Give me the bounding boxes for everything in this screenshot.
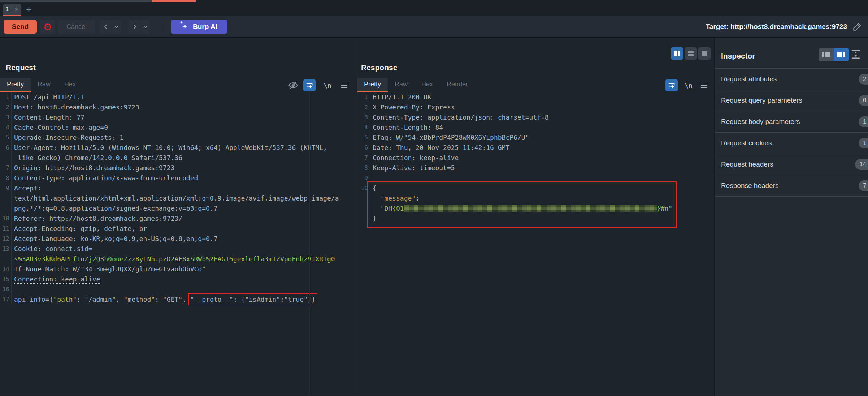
inspector-item-label: Request query parameters [721,90,802,111]
code-line[interactable]: 6Date: Thu, 20 Nov 2025 11:42:16 GMT [356,143,714,153]
settings-gear-button[interactable]: ⚙ [40,20,55,34]
show-newlines-toggle[interactable]: \n [321,79,334,91]
code-line[interactable]: "message": [356,193,714,203]
history-back-dropdown[interactable] [112,20,121,34]
tab-render[interactable]: Render [440,78,475,92]
code-line[interactable]: 5Upgrade-Insecure-Requests: 1 [0,133,356,143]
code-segment: Cache-Control: max-age=0 [14,124,108,131]
code-line[interactable]: 2X-Powered-By: Express [356,102,714,112]
code-line[interactable]: 8Keep-Alive: timeout=5 [356,163,714,173]
inspector-item-request-headers[interactable]: Request headers14 [715,154,868,175]
line-text: Content-Type: application/x-www-form-url… [12,173,198,183]
code-line[interactable]: text/html,application/xhtml+xml,applicat… [0,193,356,203]
code-line[interactable]: 8Content-Type: application/x-www-form-ur… [0,173,356,183]
repeater-tab-1[interactable]: 1 × [3,4,21,16]
repeater-tab-bar: 1 × + [0,2,868,16]
code-line[interactable]: 10Referer: http://host8.dreamhack.games:… [0,214,356,224]
wrap-icon [668,81,676,89]
code-segment: Cookie: [14,245,45,253]
inspector-item-request-body-parameters[interactable]: Request body parameters1 [715,111,868,132]
code-line[interactable]: } [356,214,714,224]
code-line[interactable]: 4Content-Length: 84 [356,122,714,133]
line-text: api_info={"path": "/admin", "method": "G… [12,294,315,305]
line-number: 11 [0,224,12,234]
response-menu-button[interactable] [698,79,710,91]
code-line[interactable]: 4Cache-Control: max-age=0 [0,122,356,133]
response-editor[interactable]: 1HTTP/1.1 200 OK2X-Powered-By: Express3C… [356,92,714,396]
line-text: Content-Length: 84 [370,122,443,133]
show-newlines-toggle[interactable]: \n [682,79,695,91]
code-segment: Date: Thu, 20 Nov 2025 11:42:16 GMT [373,144,509,151]
code-line[interactable]: like Gecko) Chrome/142.0.0.0 Safari/537.… [0,153,356,163]
line-text: If-None-Match: W/"34-3m+glJQXX/gluZm+Gtv… [12,264,206,274]
line-text: ETag: W/"54-xBbPrdP4P28wM0X6YLphbBcP6/U" [370,133,529,143]
code-line[interactable]: 2Host: host8.dreamhack.games:9723 [0,102,356,112]
count-badge: 0 [859,95,868,106]
edit-target-pencil-icon[interactable] [852,22,862,33]
inspector-item-request-cookies[interactable]: Request cookies1 [715,132,868,154]
history-forward-button[interactable] [129,20,140,34]
code-line[interactable]: 9Accept: [0,183,356,193]
tab-pretty[interactable]: Pretty [357,78,388,92]
code-line[interactable]: 7Connection: keep-alive [356,153,714,163]
code-line[interactable]: png,*/*;q=0.8,application/signed-exchang… [0,203,356,214]
tab-pretty[interactable]: Pretty [0,78,31,92]
word-wrap-toggle[interactable] [665,79,678,91]
code-segment: Connection: keep-alive [14,275,100,284]
code-line[interactable]: 13Cookie: connect.sid= [0,244,356,254]
line-number: 3 [0,112,12,122]
code-segment: s%3AU3v3kKd6APLf1oZj2Q3h0oueZzzByLNh.pzD… [14,255,335,263]
tab-raw[interactable]: Raw [31,78,57,92]
code-line[interactable]: 12Accept-Language: ko-KR,ko;q=0.9,en-US;… [0,234,356,244]
line-text: Host: host8.dreamhack.games:9723 [12,102,139,112]
tab-hex[interactable]: Hex [415,78,440,92]
code-segment: ={ [45,296,53,303]
code-line[interactable]: 3Content-Type: application/json; charset… [356,112,714,122]
code-segment: } [373,215,377,222]
code-line[interactable]: 1POST /api HTTP/1.1 [0,92,356,102]
code-segment: Accept-Language: ko-KR,ko;q=0.9,en-US;q=… [14,235,218,242]
word-wrap-toggle[interactable] [303,79,316,91]
inspector-item-response-headers[interactable]: Response headers7 [715,175,868,196]
code-line[interactable]: 6User-Agent: Mozilla/5.0 (Windows NT 10.… [0,143,356,153]
burp-ai-button[interactable]: ✦✦ Burp AI [171,20,227,34]
code-line[interactable]: 3Content-Length: 77 [0,112,356,122]
inspector-item-request-attributes[interactable]: Request attributes2 [715,68,868,90]
code-line[interactable]: 16 [0,284,356,294]
code-segment: "DH{01 [381,205,404,212]
hide-request-eye-slash-icon[interactable] [287,79,299,91]
line-number: 12 [0,234,12,244]
line-number: 8 [356,163,370,173]
send-button[interactable]: Send [4,20,37,34]
inspector-item-request-query-parameters[interactable]: Request query parameters0 [715,90,868,111]
code-line[interactable]: 11Accept-Encoding: gzip, deflate, br [0,224,356,234]
collapse-all-button[interactable] [850,49,861,61]
code-line[interactable]: 10{ [356,183,714,193]
code-line[interactable]: "DH{01}₩n" [356,203,714,214]
history-back-button[interactable] [100,20,112,34]
request-editor[interactable]: 1POST /api HTTP/1.12Host: host8.dreamhac… [0,92,356,396]
code-line[interactable]: 9 [356,173,714,183]
history-forward-dropdown[interactable] [141,20,150,34]
code-segment: Content-Type: application/json; charset=… [373,113,549,121]
code-line[interactable]: 15Connection: keep-alive [0,274,356,284]
code-line[interactable]: 17api_info={"path": "/admin", "method": … [0,294,356,305]
code-line[interactable]: s%3AU3v3kKd6APLf1oZj2Q3h0oueZzzByLNh.pzD… [0,254,356,264]
tab-raw[interactable]: Raw [388,78,415,92]
request-menu-button[interactable] [338,79,350,91]
code-line[interactable]: 7Origin: http://host8.dreamhack.games:97… [0,163,356,173]
burp-ai-label: Burp AI [193,23,217,31]
line-number: 10 [0,214,12,224]
cancel-button[interactable]: Cancel [58,20,95,34]
new-tab-button[interactable]: + [23,4,35,15]
code-line[interactable]: 14If-None-Match: W/"34-3m+glJQXX/gluZm+G… [0,264,356,274]
tab-hex[interactable]: Hex [57,78,83,92]
close-tab-icon[interactable]: × [15,6,18,13]
code-line[interactable]: 1HTTP/1.1 200 OK [356,92,714,102]
inspector-pinned-view-button[interactable] [819,48,834,61]
count-badge: 1 [859,116,868,127]
line-number: 13 [0,244,12,254]
code-line[interactable]: 5ETag: W/"54-xBbPrdP4P28wM0X6YLphbBcP6/U… [356,133,714,143]
code-segment: }₩n" [657,205,672,212]
inspector-docked-view-button[interactable] [834,48,849,61]
